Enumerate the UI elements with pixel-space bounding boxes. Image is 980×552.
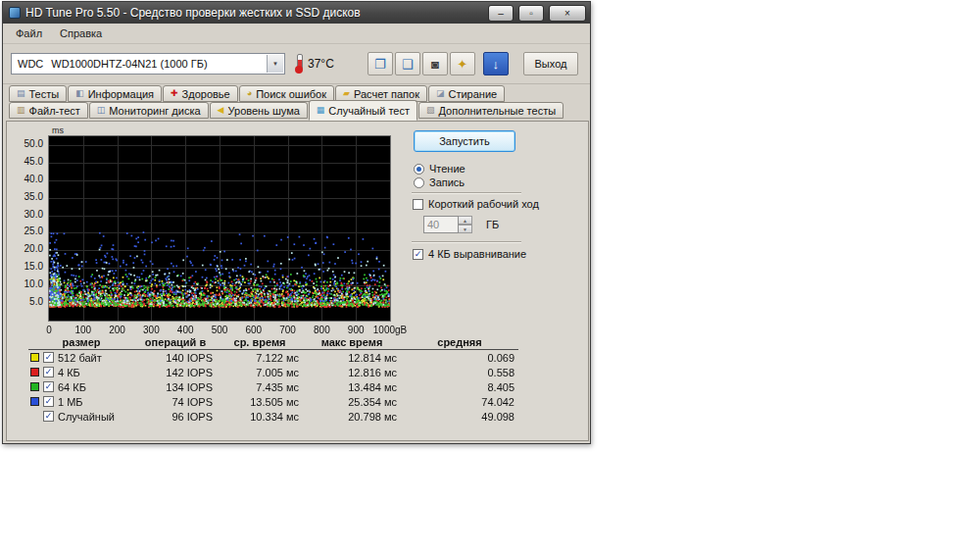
tab-icon: ▧ — [426, 106, 435, 115]
capacity-unit-label: ГБ — [486, 219, 499, 230]
max-time-value: 12.816 мс — [303, 367, 401, 378]
avg-time-value: 10.334 мс — [217, 411, 303, 423]
column-header: размер — [28, 336, 134, 348]
divider — [412, 192, 521, 194]
table-row: ✓ 4 КБ 142 IOPS 7.005 мс 12.816 мс 0.558 — [28, 365, 518, 379]
iops-value: 134 IOPS — [134, 381, 217, 393]
camera-icon: ◙ — [431, 58, 439, 71]
toolbar-button[interactable]: ❐ — [368, 52, 393, 75]
menu-item[interactable]: Справка — [51, 25, 111, 41]
menu-item[interactable]: Файл — [7, 25, 51, 41]
table-row: ✓ 512 байт 140 IOPS 7.122 мс 12.814 мс 0… — [28, 350, 518, 365]
close-button[interactable]: × — [549, 5, 586, 22]
results-table: размеропераций вср. времямакс времясредн… — [28, 334, 518, 424]
avg-speed-value: 0.558 — [401, 367, 518, 378]
series-checkbox[interactable]: ✓ — [43, 352, 54, 363]
series-checkbox[interactable]: ✓ — [43, 381, 54, 392]
series-checkbox[interactable]: ✓ — [43, 367, 54, 377]
column-header: ср. время — [217, 336, 303, 348]
avg-speed-value: 74.042 — [401, 396, 518, 408]
capacity-stepper[interactable]: ▲ ▼ — [459, 216, 472, 233]
align-label: 4 КБ выравнивание — [428, 248, 526, 260]
align-checkbox[interactable]: ✓ — [413, 249, 423, 260]
tab[interactable]: ▥ Файл-тест — [9, 102, 88, 119]
write-label: Запись — [429, 176, 465, 188]
check-icon: ✓ — [45, 397, 53, 406]
capacity-row: ▲ ▼ ГБ — [423, 216, 499, 233]
copy-text-icon: ❐ — [374, 58, 386, 71]
window-title: HD Tune Pro 5.50 - Средство проверки жес… — [25, 6, 483, 20]
series-label: 512 байт — [58, 352, 102, 364]
toolbar-button[interactable]: ❑ — [395, 52, 420, 75]
write-radio[interactable] — [414, 177, 424, 188]
series-color-swatch — [30, 397, 39, 406]
spin-up-icon[interactable]: ▲ — [459, 216, 472, 225]
check-icon: ✓ — [415, 250, 422, 259]
start-test-button[interactable]: Запустить — [414, 130, 515, 152]
check-icon: ✓ — [45, 368, 53, 376]
write-option: Запись — [414, 176, 465, 188]
menu-bar: ФайлСправка — [3, 24, 590, 44]
tab-row-1: ▤ Тесты ◧ Информация ✚ Здоровье ◕ Поиск … — [9, 85, 505, 102]
series-label: Случайный — [58, 411, 115, 423]
table-row: ✓ 1 МБ 74 IOPS 13.505 мс 25.354 мс 74.04… — [28, 394, 518, 409]
minimize-button[interactable]: – — [488, 5, 514, 22]
read-option: Чтение — [414, 163, 466, 175]
series-label: 64 КБ — [58, 381, 86, 393]
tab[interactable]: ▤ Тесты — [9, 85, 67, 102]
maximize-button[interactable]: ▫ — [518, 5, 544, 22]
random-test-panel: ms 50.045.040.035.030.025.020.015.010.05… — [6, 121, 589, 441]
toolbar: WDC WD1000DHTZ-04N21 (1000 ГБ) ▼ 37°C ❐ … — [3, 44, 590, 84]
exit-button[interactable]: Выход — [523, 52, 578, 75]
access-time-chart: ms 50.045.040.035.030.025.020.015.010.05… — [9, 125, 405, 339]
tab-icon: ▦ — [317, 106, 325, 115]
avg-time-value: 13.505 мс — [217, 396, 303, 408]
series-color-swatch — [30, 382, 39, 391]
table-row: ✓ 64 КБ 134 IOPS 7.435 мс 13.484 мс 8.40… — [28, 379, 518, 394]
iops-value: 96 IOPS — [134, 411, 217, 423]
capacity-input[interactable] — [423, 216, 459, 233]
drive-vendor-label: WDC — [18, 58, 43, 70]
max-time-value: 12.814 мс — [303, 352, 401, 364]
tab[interactable]: ▦ Случайный тест — [309, 100, 417, 121]
dropdown-arrow-icon[interactable]: ▼ — [267, 55, 283, 73]
series-checkbox[interactable]: ✓ — [43, 396, 54, 407]
column-header: макс время — [303, 336, 401, 348]
keys-icon: ✦ — [457, 58, 467, 71]
series-label: 4 КБ — [58, 367, 80, 378]
toolbar-button[interactable]: ◙ — [422, 52, 448, 75]
temperature-value: 37°C — [308, 57, 334, 71]
tab-icon: ◫ — [97, 106, 106, 115]
spin-down-icon[interactable]: ▼ — [459, 225, 472, 233]
series-color-swatch — [30, 368, 39, 376]
drive-model-label: WD1000DHTZ-04N21 (1000 ГБ) — [51, 58, 207, 70]
tab[interactable]: ◀ Уровень шума — [210, 102, 308, 119]
tab[interactable]: ✚ Здоровье — [163, 85, 238, 102]
tab[interactable]: ▧ Дополнительные тесты — [418, 102, 564, 119]
series-label: 1 МБ — [58, 396, 83, 408]
short-stroke-option: ✓ Короткий рабочий ход — [413, 198, 539, 210]
align-option: ✓ 4 КБ выравнивание — [413, 248, 526, 260]
read-radio[interactable] — [414, 164, 424, 175]
tab-icon: ◕ — [247, 89, 252, 98]
avg-time-value: 7.005 мс — [217, 367, 303, 378]
short-stroke-checkbox[interactable]: ✓ — [413, 199, 423, 210]
tab-icon: ▥ — [17, 106, 25, 115]
tab-icon: ✚ — [171, 89, 178, 98]
app-window: HD Tune Pro 5.50 - Средство проверки жес… — [2, 1, 591, 444]
tab-icon: ▤ — [17, 89, 25, 98]
tab[interactable]: ◧ Информация — [68, 85, 162, 102]
drive-selector[interactable]: WDC WD1000DHTZ-04N21 (1000 ГБ) ▼ — [11, 53, 285, 75]
series-checkbox[interactable]: ✓ — [43, 411, 54, 422]
divider — [412, 241, 521, 243]
toolbar-button[interactable]: ✦ — [450, 52, 475, 75]
titlebar[interactable]: HD Tune Pro 5.50 - Средство проверки жес… — [3, 2, 590, 24]
temperature-icon — [295, 54, 303, 74]
read-label: Чтение — [429, 163, 466, 175]
tab[interactable]: ◫ Мониторинг диска — [89, 102, 209, 119]
avg-speed-value: 49.098 — [401, 411, 518, 423]
check-icon: ✓ — [45, 412, 53, 421]
tab[interactable]: ◪ Стирание — [428, 85, 505, 102]
column-header: средняя — [401, 336, 518, 348]
save-screenshot-button[interactable]: ↓ — [483, 52, 509, 75]
